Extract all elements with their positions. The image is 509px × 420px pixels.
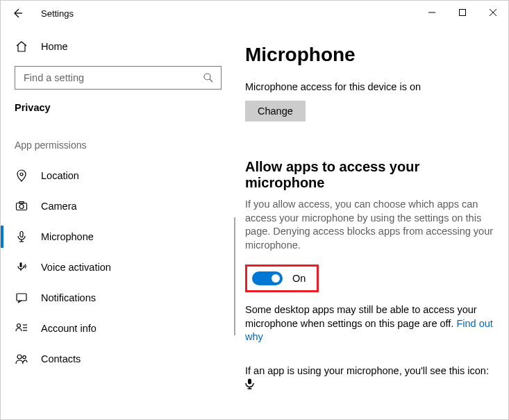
sidebar-item-location[interactable]: Location bbox=[1, 160, 235, 191]
search-input[interactable] bbox=[22, 72, 203, 84]
toggle-state-label: On bbox=[292, 273, 306, 284]
sidebar-section: Privacy bbox=[1, 102, 235, 113]
home-label: Home bbox=[41, 41, 68, 52]
desktop-apps-note-text: Some desktop apps may still be able to a… bbox=[245, 304, 477, 329]
microphone-toggle-highlight: On bbox=[245, 264, 319, 292]
sidebar-item-notifications[interactable]: Notifications bbox=[1, 283, 235, 313]
sidebar-item-label: Microphone bbox=[41, 231, 94, 242]
location-icon bbox=[15, 169, 28, 183]
svg-line-6 bbox=[210, 79, 212, 82]
sidebar-item-label: Contacts bbox=[41, 353, 81, 364]
minimize-button[interactable] bbox=[417, 2, 447, 23]
svg-point-9 bbox=[19, 205, 24, 209]
microphone-icon bbox=[15, 230, 28, 244]
microphone-status-icon bbox=[245, 380, 254, 392]
home-nav[interactable]: Home bbox=[1, 31, 235, 62]
close-button[interactable] bbox=[478, 2, 508, 23]
sidebar-item-contacts[interactable]: Contacts bbox=[1, 344, 235, 374]
allow-apps-description: If you allow access, you can choose whic… bbox=[245, 198, 499, 252]
sidebar-item-label: Location bbox=[41, 170, 79, 181]
notifications-icon bbox=[15, 291, 28, 305]
svg-point-17 bbox=[17, 324, 21, 328]
home-icon bbox=[15, 40, 28, 53]
voice-activation-icon bbox=[15, 260, 28, 274]
page-title: Microphone bbox=[245, 44, 499, 66]
window-title: Settings bbox=[41, 8, 74, 19]
svg-point-22 bbox=[23, 355, 26, 358]
sidebar-scrollbar[interactable] bbox=[234, 217, 235, 335]
account-info-icon bbox=[15, 321, 28, 335]
change-button[interactable]: Change bbox=[245, 101, 306, 121]
svg-point-7 bbox=[20, 173, 23, 176]
access-status: Microphone access for this device is on bbox=[245, 81, 499, 92]
sidebar-item-camera[interactable]: Camera bbox=[1, 191, 235, 221]
allow-apps-toggle[interactable] bbox=[252, 271, 283, 285]
search-icon bbox=[203, 72, 214, 83]
svg-rect-11 bbox=[20, 232, 23, 237]
sidebar-group: App permissions bbox=[1, 140, 235, 151]
sidebar-item-microphone[interactable]: Microphone bbox=[1, 221, 235, 252]
svg-point-5 bbox=[204, 74, 210, 80]
sidebar-item-label: Camera bbox=[41, 201, 77, 212]
sidebar-item-label: Account info bbox=[41, 323, 97, 334]
mic-icon-note-text: If an app is using your microphone, you'… bbox=[245, 365, 489, 376]
desktop-apps-note: Some desktop apps may still be able to a… bbox=[245, 303, 499, 344]
contacts-icon bbox=[15, 352, 28, 366]
back-button[interactable] bbox=[12, 8, 23, 19]
svg-rect-16 bbox=[17, 294, 26, 301]
sidebar-item-voice-activation[interactable]: Voice activation bbox=[1, 252, 235, 283]
allow-apps-title: Allow apps to access your microphone bbox=[245, 159, 499, 191]
search-box[interactable] bbox=[15, 66, 222, 90]
svg-point-21 bbox=[17, 355, 22, 359]
camera-icon bbox=[15, 199, 28, 213]
svg-rect-2 bbox=[460, 10, 466, 16]
mic-icon-note: If an app is using your microphone, you'… bbox=[245, 365, 499, 392]
svg-rect-23 bbox=[248, 378, 251, 384]
sidebar-item-label: Notifications bbox=[41, 292, 96, 303]
svg-rect-14 bbox=[20, 262, 22, 267]
maximize-button[interactable] bbox=[447, 2, 478, 23]
sidebar-item-label: Voice activation bbox=[41, 262, 111, 273]
svg-rect-10 bbox=[19, 202, 24, 204]
sidebar-item-account-info[interactable]: Account info bbox=[1, 313, 235, 344]
